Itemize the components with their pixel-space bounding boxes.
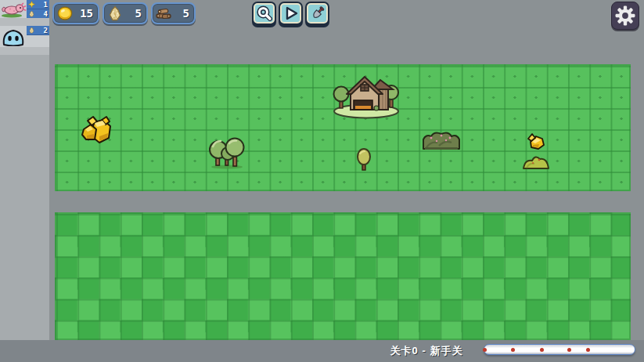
flower-hedge[interactable]	[420, 129, 462, 152]
play-button[interactable]	[279, 2, 303, 25]
tree-cluster-icon	[207, 135, 248, 169]
flower-hedge-icon	[420, 129, 462, 152]
small-tree[interactable]	[355, 148, 372, 172]
farm-house-icon	[331, 72, 401, 119]
gold-ore-small-icon	[525, 131, 547, 151]
status-bar: 关卡0 - 新手关	[0, 340, 644, 362]
play-icon	[283, 5, 299, 21]
wheat-icon	[28, 10, 35, 17]
level-label: 关卡0 - 新手关	[368, 344, 485, 358]
blue-blob-icon	[2, 27, 25, 46]
shovel-icon	[310, 5, 326, 21]
settings-button[interactable]	[611, 2, 639, 30]
wave-marker	[567, 348, 571, 352]
gold-ore-large[interactable]	[78, 113, 117, 149]
wave-marker	[483, 348, 487, 352]
blue-blob-portrait	[0, 26, 27, 47]
shovel-button[interactable]	[305, 2, 329, 25]
axolotl-portrait	[0, 0, 27, 18]
gear-icon	[615, 5, 635, 26]
cooldown-strip	[0, 47, 49, 55]
battle-field-grid[interactable]	[55, 64, 631, 191]
axolotl-icon	[0, 1, 27, 18]
logs-icon	[156, 5, 171, 21]
cost-value: 4	[44, 10, 48, 18]
toolbar	[252, 2, 329, 25]
grass-mound[interactable]	[522, 153, 550, 170]
unit-card-axolotl[interactable]: 1 4	[0, 0, 49, 26]
game-screen: 1 4 2	[0, 0, 644, 362]
cost-row: 1	[27, 0, 49, 9]
wood-resource-panel: 5	[151, 2, 196, 24]
farm-field-checker[interactable]	[55, 212, 631, 340]
coin-icon	[57, 5, 73, 21]
cooldown-strip	[0, 18, 49, 26]
wheat-icon	[28, 27, 35, 34]
axolotl-costs: 1 4	[27, 0, 49, 19]
unit-sidebar: 1 4 2	[0, 0, 49, 340]
cost-value: 1	[44, 1, 48, 9]
farm-house[interactable]	[331, 72, 401, 119]
small-tree-icon	[355, 148, 372, 172]
wave-progress-bar	[484, 344, 635, 355]
gold-ore-small[interactable]	[525, 131, 547, 151]
blue-blob-costs: 2	[27, 26, 49, 47]
star-icon	[28, 1, 35, 8]
resource-bar: 15 5 5	[52, 2, 196, 24]
grass-mound-icon	[522, 153, 550, 170]
cost-row: 2	[27, 26, 49, 35]
gold-count: 15	[80, 7, 93, 20]
magnifier-icon	[257, 5, 272, 21]
magnifier-button[interactable]	[252, 2, 276, 25]
cost-filler	[27, 35, 49, 47]
gold-resource-panel: 15	[52, 2, 99, 24]
cost-value: 2	[44, 27, 48, 34]
wood-count: 5	[183, 7, 189, 20]
wave-marker	[511, 348, 515, 352]
gold-ore-large-icon	[78, 113, 117, 149]
wheat-icon	[107, 5, 123, 21]
tree-cluster[interactable]	[207, 135, 248, 169]
wheat-resource-panel: 5	[103, 2, 148, 24]
wheat-count: 5	[135, 7, 142, 20]
unit-card-blue-blob[interactable]: 2	[0, 26, 49, 55]
wave-marker	[586, 348, 590, 352]
wave-marker	[540, 348, 544, 352]
